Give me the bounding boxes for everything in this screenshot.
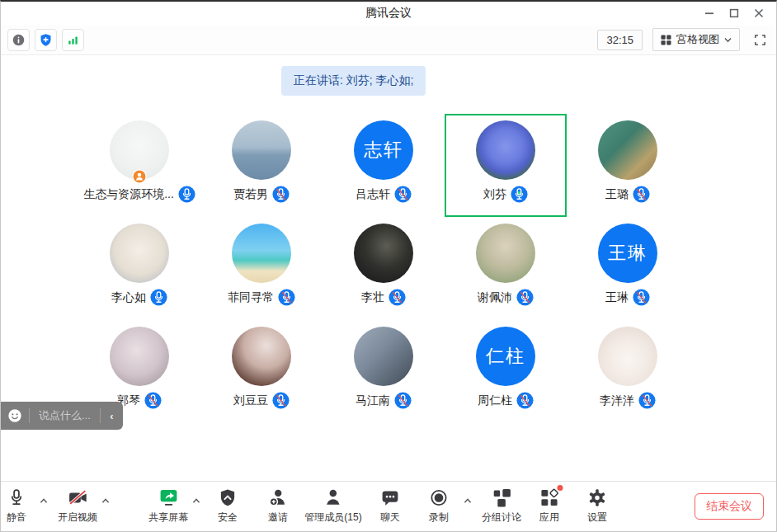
participant-name: 刘芬: [483, 187, 506, 202]
participant-name: 马江南: [356, 393, 390, 408]
chat-input[interactable]: 说点什么...: [30, 408, 100, 423]
gear-icon: [587, 487, 608, 508]
security-button[interactable]: 安全: [218, 487, 238, 525]
microphone-status-icon[interactable]: [638, 392, 656, 409]
toolbar-label: 设置: [587, 511, 607, 525]
avatar: [110, 120, 169, 180]
layout-view-label: 宫格视图: [676, 32, 719, 47]
avatar-initials: 王琳: [608, 241, 648, 266]
layout-view-selector[interactable]: 宫格视图: [652, 28, 740, 51]
maximize-button[interactable]: [722, 2, 746, 25]
record-icon: [429, 487, 450, 508]
participant-tile[interactable]: 刘豆豆: [200, 320, 323, 423]
microphone-icon: [7, 487, 27, 508]
microphone-status-icon[interactable]: [178, 186, 195, 203]
mute-button[interactable]: 静音: [7, 487, 27, 525]
microphone-status-icon[interactable]: [633, 186, 650, 203]
microphone-status-icon[interactable]: [394, 392, 412, 409]
record-options-caret[interactable]: [464, 497, 473, 504]
close-icon: [754, 8, 764, 18]
fullscreen-button[interactable]: [750, 30, 770, 49]
share-options-caret[interactable]: [192, 497, 201, 504]
minimize-button[interactable]: [697, 2, 722, 25]
window-controls: [697, 2, 771, 25]
manage-members-button[interactable]: 管理成员(15): [304, 487, 361, 525]
avatar: [110, 224, 169, 283]
video-options-caret[interactable]: [101, 497, 111, 504]
security-status-button[interactable]: [35, 29, 57, 51]
participant-name-row: 马江南: [356, 392, 412, 409]
end-meeting-button[interactable]: 结束会议: [695, 493, 764, 520]
participant-tile[interactable]: 王璐: [567, 114, 689, 217]
microphone-status-icon[interactable]: [272, 186, 290, 203]
participant-name-row: 贾若男: [233, 186, 290, 203]
participant-name: 李壮: [361, 290, 384, 305]
participant-name: 李洋洋: [600, 393, 634, 408]
breakout-rooms-button[interactable]: 分组讨论: [482, 487, 521, 525]
participant-name: 李心如: [111, 290, 146, 305]
chat-quick-bar: 说点什么... ‹: [1, 402, 123, 430]
microphone-status-icon[interactable]: [633, 289, 650, 306]
start-video-button[interactable]: 开启视频: [58, 487, 97, 525]
security-shield-icon: [218, 487, 238, 508]
participant-name: 王琳: [605, 290, 629, 305]
participant-tile[interactable]: 仁柱 周仁柱: [445, 320, 567, 423]
participant-tile[interactable]: 李壮: [323, 217, 445, 320]
toolbar-label: 静音: [7, 511, 26, 525]
grid-view-icon: [661, 35, 671, 45]
participant-name: 刘豆豆: [233, 393, 268, 408]
microphone-status-icon[interactable]: [394, 186, 412, 203]
collapse-chatbar-button[interactable]: ‹: [101, 402, 123, 430]
avatar: 仁柱: [476, 327, 535, 386]
participant-tile[interactable]: 刘芬: [445, 114, 567, 217]
close-button[interactable]: [746, 2, 771, 25]
settings-button[interactable]: 设置: [587, 487, 608, 525]
participant-tile[interactable]: 生态与资源环境...: [78, 114, 200, 217]
microphone-status-icon[interactable]: [511, 186, 528, 203]
record-button[interactable]: 录制: [429, 487, 450, 525]
apps-button[interactable]: 应用: [539, 487, 560, 525]
topbar-right-controls: 32:15 宫格视图: [597, 28, 770, 51]
members-icon: [323, 487, 344, 508]
invite-person-icon: [268, 487, 289, 508]
avatar: 志轩: [354, 120, 413, 180]
participant-tile[interactable]: 贾若男: [200, 114, 323, 217]
participant-name: 王璐: [605, 187, 629, 202]
participant-tile[interactable]: 菲同寻常: [200, 217, 323, 320]
participant-tile[interactable]: 李洋洋: [567, 320, 689, 423]
microphone-status-icon[interactable]: [516, 289, 534, 306]
participant-name: 生态与资源环境...: [83, 187, 174, 202]
mute-options-caret[interactable]: [40, 497, 49, 504]
window-title: 腾讯会议: [365, 6, 412, 21]
participant-tile[interactable]: 志轩 吕志轩: [323, 114, 445, 217]
microphone-status-icon[interactable]: [516, 392, 534, 409]
participant-name: 吕志轩: [356, 187, 390, 202]
participant-name-row: 刘芬: [483, 186, 528, 203]
microphone-status-icon[interactable]: [272, 392, 290, 409]
participant-tile[interactable]: 王琳 王琳: [567, 217, 689, 320]
avatar: [232, 120, 291, 180]
microphone-status-icon[interactable]: [150, 289, 167, 306]
chat-button[interactable]: 聊天: [380, 487, 401, 525]
emoji-button[interactable]: [1, 407, 29, 424]
participant-name-row: 王璐: [605, 186, 650, 203]
meeting-info-button[interactable]: [7, 29, 30, 51]
avatar: [476, 120, 535, 180]
participant-name-row: 菲同寻常: [228, 289, 295, 306]
active-speaker-banner: 正在讲话: 刘芬; 李心如;: [281, 66, 426, 96]
toolbar-label: 录制: [429, 511, 449, 525]
microphone-status-icon[interactable]: [144, 392, 162, 409]
participant-tile[interactable]: 马江南: [323, 320, 445, 423]
share-screen-button[interactable]: 共享屏幕: [148, 487, 188, 525]
toolbar-label: 共享屏幕: [148, 511, 188, 525]
microphone-status-icon[interactable]: [278, 289, 295, 306]
participant-tile[interactable]: 谢佩沛: [445, 217, 567, 320]
invite-button[interactable]: 邀请: [268, 487, 289, 525]
microphone-status-icon[interactable]: [388, 289, 406, 306]
participant-name-row: 谢佩沛: [478, 289, 534, 306]
participant-name-row: 李心如: [111, 289, 167, 306]
network-status-button[interactable]: [62, 29, 84, 51]
avatar: [232, 224, 291, 283]
avatar: [598, 327, 657, 386]
participant-tile[interactable]: 李心如: [78, 217, 200, 320]
